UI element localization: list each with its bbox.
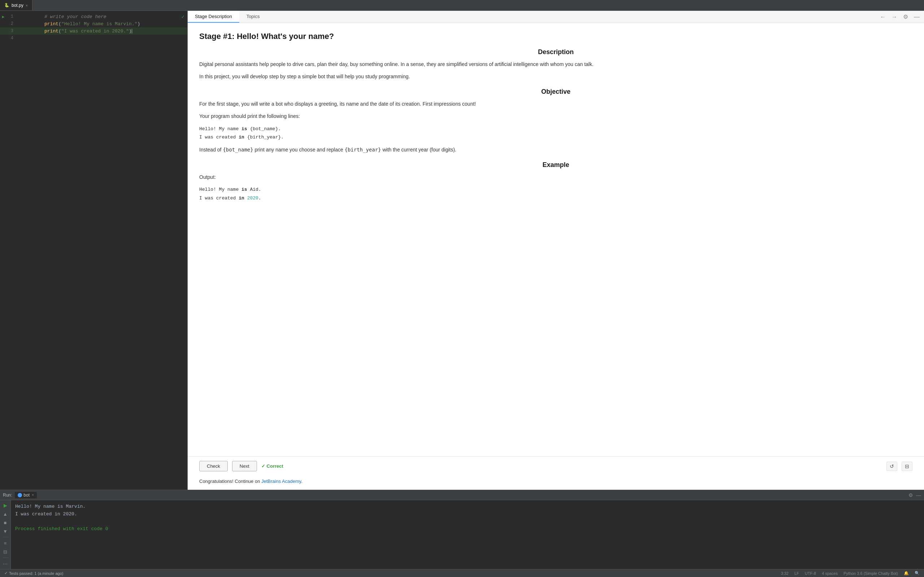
- run-body: ▶ ▲ ■ ▼ ≡ ⊟ ⋯ Hello! My name is Marvin. …: [0, 500, 924, 569]
- code-panel: ▶ 1 # write your code here ✓ ▶ 2 print("…: [0, 11, 188, 490]
- run-play-button[interactable]: ▶: [2, 501, 9, 509]
- ex-kw-in: in: [239, 195, 244, 201]
- run-icon-line2: ▶: [0, 22, 6, 26]
- indent-info[interactable]: 4 spaces: [822, 571, 838, 575]
- description-text-2: In this project, you will develop step b…: [199, 73, 913, 81]
- congrats-post: .: [301, 479, 302, 484]
- run-header-actions: ⚙ —: [908, 492, 921, 498]
- run-icon-line1[interactable]: ▶: [0, 15, 6, 19]
- run-down-button[interactable]: ▼: [2, 528, 9, 535]
- run-output-line-4: Process finished with exit code 0: [15, 525, 920, 533]
- description-text-1: Digital personal assistants help people …: [199, 60, 913, 68]
- run-output: Hello! My name is Marvin. I was created …: [11, 500, 924, 569]
- file-tab-botpy[interactable]: 🐍 bot.py ×: [0, 0, 32, 10]
- run-list-icon[interactable]: ≡: [2, 540, 9, 547]
- ex-post-1: Aid.: [247, 187, 261, 192]
- notification-icon[interactable]: 🔔: [904, 571, 909, 575]
- obj-text3-post: with the current year (four digits).: [381, 147, 457, 153]
- run-tab-name: bot: [23, 493, 30, 498]
- obj-code-line-1: Hello! My name is {bot_name}.: [199, 125, 913, 133]
- test-text: Tests passed: 1 (a minute ago): [9, 571, 63, 575]
- cursor: [132, 29, 132, 34]
- run-stop-button[interactable]: ■: [2, 519, 9, 526]
- comment-text-1: # write your code here: [44, 14, 107, 19]
- ex-pre-2: I was created: [199, 195, 239, 201]
- correct-badge: ✓ Correct: [261, 463, 283, 469]
- minimize-icon[interactable]: —: [913, 12, 921, 22]
- encoding[interactable]: UTF-8: [805, 571, 816, 575]
- check-button[interactable]: Check: [199, 461, 228, 471]
- example-code-block: Hello! My name is Aid. I was created in …: [199, 185, 913, 202]
- example-line-2: I was created in 2020.: [199, 194, 913, 202]
- ex-kw-is: is: [241, 187, 247, 192]
- python-icon: 🐍: [4, 3, 10, 8]
- code-line-3: ▶ 3 print("I was created in 2020."): [0, 27, 187, 35]
- tab-stage-description[interactable]: Stage Description: [188, 11, 239, 23]
- paren-close-3: ): [129, 29, 132, 34]
- ex-space: [244, 195, 247, 201]
- checkmark-icon: ✓: [261, 463, 265, 469]
- tab-close-icon[interactable]: ×: [26, 3, 28, 8]
- next-button[interactable]: Next: [232, 461, 257, 471]
- obj-kw-in: in: [239, 134, 244, 140]
- obj-code-post-2: {birth_year}.: [244, 134, 284, 140]
- action-bar: Check Next ✓ Correct ↺ ⊟: [188, 456, 924, 475]
- objective-heading: Objective: [199, 88, 913, 95]
- fn-print-3: print: [44, 29, 58, 34]
- line-gutter-4: ▶ 4: [0, 36, 16, 41]
- run-minimize-icon[interactable]: —: [916, 492, 921, 498]
- congrats-pre: Congratulations! Continue on: [199, 479, 261, 484]
- run-sidebar-sep2: [3, 558, 8, 558]
- output-label: Output:: [199, 173, 913, 181]
- check-mark-icon: ✓: [181, 14, 184, 20]
- line-number-3: 3: [6, 29, 13, 34]
- ex-post-2: .: [258, 195, 261, 201]
- run-filter-icon[interactable]: ⊟: [2, 548, 9, 555]
- line-ending[interactable]: LF: [795, 571, 799, 575]
- prev-arrow-icon[interactable]: ←: [879, 12, 887, 22]
- jetbrains-academy-link[interactable]: JetBrains Academy: [261, 479, 301, 484]
- settings-icon[interactable]: ⚙: [901, 12, 909, 22]
- code-editor[interactable]: ▶ 1 # write your code here ✓ ▶ 2 print("…: [0, 11, 187, 490]
- line-gutter-2: ▶ 2: [0, 21, 16, 26]
- run-graph-icon[interactable]: ⋯: [2, 560, 9, 567]
- objective-text-3: Instead of {bot_name} print any name you…: [199, 146, 913, 154]
- run-sidebar: ▶ ▲ ■ ▼ ≡ ⊟ ⋯: [0, 500, 11, 569]
- line-content-3: print("I was created in 2020."): [16, 23, 184, 39]
- run-icon-line4: ▶: [0, 36, 6, 41]
- example-heading: Example: [199, 161, 913, 169]
- python-version[interactable]: Python 3.6 (Simple Chatty Bot): [843, 571, 898, 575]
- revert-button[interactable]: ↺: [887, 462, 897, 471]
- tab-topics[interactable]: Topics: [239, 11, 267, 23]
- obj-text3-mid: print any name you choose and replace: [254, 147, 345, 153]
- status-bar-right: 3:32 LF UTF-8 4 spaces Python 3.6 (Simpl…: [781, 571, 920, 575]
- desc-tab-actions: ← → ⚙ —: [879, 11, 924, 23]
- run-icon-line3: ▶: [0, 29, 6, 34]
- line-number-1: 1: [6, 14, 13, 19]
- test-passed-section: ✓ Tests passed: 1 (a minute ago): [4, 571, 63, 575]
- example-line-1: Hello! My name is Aid.: [199, 185, 913, 193]
- desc-content-area: Stage #1: Hello! What's your name? Descr…: [188, 23, 924, 456]
- obj-kw-is: is: [241, 126, 247, 132]
- line-number-2: 2: [6, 21, 13, 26]
- obj-code1: {bot_name}: [223, 147, 253, 153]
- run-panel: Run: bot × ⚙ — ▶ ▲ ■ ▼ ≡ ⊟ ⋯ Hello! My n…: [0, 490, 924, 569]
- description-heading: Description: [199, 48, 913, 56]
- stage-title: Stage #1: Hello! What's your name?: [199, 32, 913, 41]
- line-content-1: # write your code here: [16, 11, 184, 25]
- line-gutter-3: ▶ 3: [0, 29, 16, 34]
- tab-bar: 🐍 bot.py ×: [0, 0, 924, 11]
- search-icon[interactable]: 🔍: [914, 571, 920, 575]
- bookmark-button[interactable]: ⊟: [901, 462, 913, 471]
- cursor-position[interactable]: 3:32: [781, 571, 789, 575]
- objective-code-block: Hello! My name is {bot_name}. I was crea…: [199, 125, 913, 142]
- desc-panel: Stage Description Topics ← → ⚙ — Stage #…: [188, 11, 924, 490]
- run-tab-close-icon[interactable]: ×: [32, 493, 34, 497]
- next-arrow-icon[interactable]: →: [890, 12, 899, 22]
- correct-text: Correct: [267, 463, 283, 469]
- run-up-button[interactable]: ▲: [2, 510, 9, 517]
- run-tab-bot[interactable]: bot ×: [15, 492, 37, 498]
- ex-year: 2020: [247, 195, 258, 201]
- run-output-line-3: [15, 518, 920, 526]
- run-settings-icon[interactable]: ⚙: [908, 492, 913, 498]
